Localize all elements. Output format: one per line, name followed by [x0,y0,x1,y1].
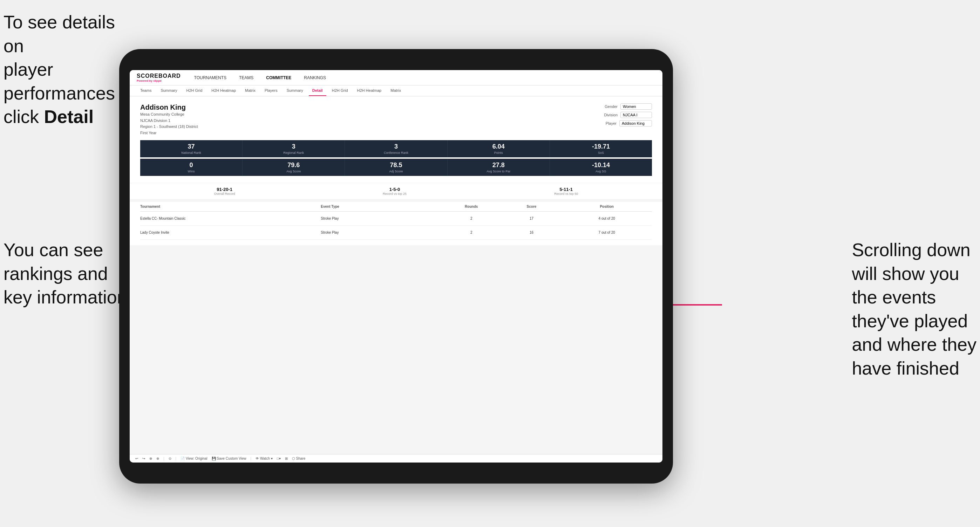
toolbar-zoom-out[interactable]: ⊕ [156,457,159,460]
division-label: Division [604,113,617,117]
toolbar-grid[interactable]: ⊞ [285,457,288,460]
player-detail-panel: Addison King Mesa Community College NJCA… [130,96,662,183]
table-row: Estella CC- Mountain Classic Stroke Play… [140,212,652,225]
subnav-h2h-heatmap2[interactable]: H2H Heatmap [354,86,385,96]
td-position: 4 out of 20 [562,217,652,221]
toolbar-undo[interactable]: ↩ [135,457,138,460]
td-score: 16 [501,230,562,235]
player-region: Region 1 - Southwest (18) District [140,124,198,130]
td-tournament: Estella CC- Mountain Classic [140,217,321,221]
annotation-top-left: To see details on player performances cl… [3,11,137,129]
annotation-right: Scrolling down will show you the events … [852,238,977,381]
subnav-summary[interactable]: Summary [157,86,180,96]
toolbar-share[interactable]: ⬡ Share [292,457,305,460]
records-section: 91-20-1Overall Record1-5-0Record vs top … [130,183,662,199]
division-select[interactable]: NJCAA I [620,112,652,118]
subnav-detail[interactable]: Detail [309,86,326,96]
stat-cell: 0Wins [140,159,243,176]
td-event: Stroke Play [321,217,441,221]
logo-sub: Powered by clippd [137,79,181,83]
main-nav: TOURNAMENTS TEAMS COMMITTEE RANKINGS [191,74,329,82]
stat-cell: 79.6Avg Score [243,159,345,176]
stat-cell: 3Conference Rank [345,140,447,157]
table-header: Tournament Event Type Rounds Score Posit… [140,202,652,212]
th-score: Score [501,205,562,208]
player-info: Addison King Mesa Community College NJCA… [140,103,198,136]
stat-cell: 27.8Avg Score to Par [448,159,550,176]
toolbar-watch[interactable]: 👁 Watch ▾ [256,457,273,460]
toolbar-save-custom[interactable]: 💾 Save Custom View [212,457,247,460]
toolbar-refresh[interactable]: ⊙ [169,457,172,460]
th-rounds: Rounds [441,205,501,208]
nav-teams[interactable]: TEAMS [236,74,256,82]
table-row: Lady Coyote Invite Stroke Play 2 16 7 ou… [140,225,652,240]
tablet-device: SCOREBOARD Powered by clippd TOURNAMENTS… [119,49,673,484]
gender-label: Gender [605,105,617,109]
table-body: Estella CC- Mountain Classic Stroke Play… [140,212,652,240]
gender-select[interactable]: Women [620,103,652,110]
player-college: Mesa Community College [140,111,198,118]
gender-filter-row: Gender Women [605,103,652,110]
stats-row-1: 37National Rank3Regional Rank3Conference… [140,140,652,157]
toolbar-redo[interactable]: ↪ [142,457,145,460]
subnav-teams[interactable]: Teams [137,86,155,96]
stat-cell: 78.5Adj Score [345,159,447,176]
th-tournament: Tournament [140,205,321,208]
td-score: 17 [501,217,562,221]
player-year: First Year [140,130,198,136]
tournaments-section: Tournament Event Type Rounds Score Posit… [130,202,662,245]
stat-cell: 3Regional Rank [243,140,345,157]
subnav-summary2[interactable]: Summary [283,86,307,96]
td-position: 7 out of 20 [562,230,652,235]
logo-title: SCOREBOARD [137,73,181,79]
nav-rankings[interactable]: RANKINGS [301,74,329,82]
player-filters: Gender Women Division NJCAA I [604,103,652,127]
nav-committee[interactable]: COMMITTEE [263,74,294,82]
app-header: SCOREBOARD Powered by clippd TOURNAMENTS… [130,70,662,86]
td-rounds: 2 [441,217,501,221]
stats-row-2: 0Wins79.6Avg Score78.5Adj Score27.8Avg S… [140,159,652,176]
td-rounds: 2 [441,230,501,235]
player-division: NJCAA Division 1 [140,118,198,124]
th-event: Event Type [321,205,441,208]
player-select[interactable]: Addison King [619,120,652,127]
tablet-screen: SCOREBOARD Powered by clippd TOURNAMENTS… [130,70,662,462]
player-name: Addison King [140,103,198,111]
player-header: Addison King Mesa Community College NJCA… [140,103,652,136]
td-tournament: Lady Coyote Invite [140,230,321,235]
toolbar-screen[interactable]: □▾ [277,457,281,460]
record-item: 5-11-1Record vs top 50 [554,187,578,195]
th-position: Position [562,205,652,208]
subnav-matrix[interactable]: Matrix [242,86,259,96]
toolbar-view-original[interactable]: 📄 View: Original [180,457,207,460]
player-filter-row: Player Addison King [606,120,652,127]
sub-nav: Teams Summary H2H Grid H2H Heatmap Matri… [130,86,662,96]
subnav-h2h-heatmap[interactable]: H2H Heatmap [208,86,239,96]
nav-tournaments[interactable]: TOURNAMENTS [191,74,229,82]
player-filter-label: Player [606,121,617,125]
subnav-matrix2[interactable]: Matrix [387,86,404,96]
toolbar: ↩ ↪ ⊕ ⊕ | ⊙ | 📄 View: Original 💾 Save Cu… [130,454,662,462]
division-filter-row: Division NJCAA I [604,112,652,118]
annotation-bottom-left: You can see rankings and key information [3,238,127,310]
main-content: Addison King Mesa Community College NJCA… [130,96,662,454]
subnav-players[interactable]: Players [261,86,281,96]
record-item: 91-20-1Overall Record [214,187,235,195]
subnav-h2h-grid2[interactable]: H2H Grid [328,86,352,96]
stat-cell: 37National Rank [140,140,243,157]
td-event: Stroke Play [321,230,441,235]
stat-cell: -19.71SoS [550,140,652,157]
toolbar-zoom-in[interactable]: ⊕ [149,457,152,460]
record-item: 1-5-0Record vs top 25 [383,187,407,195]
subnav-h2h-grid[interactable]: H2H Grid [183,86,206,96]
app-logo: SCOREBOARD Powered by clippd [137,73,181,83]
stat-cell: -10.14Avg SG [550,159,652,176]
stat-cell: 6.04Points [448,140,550,157]
